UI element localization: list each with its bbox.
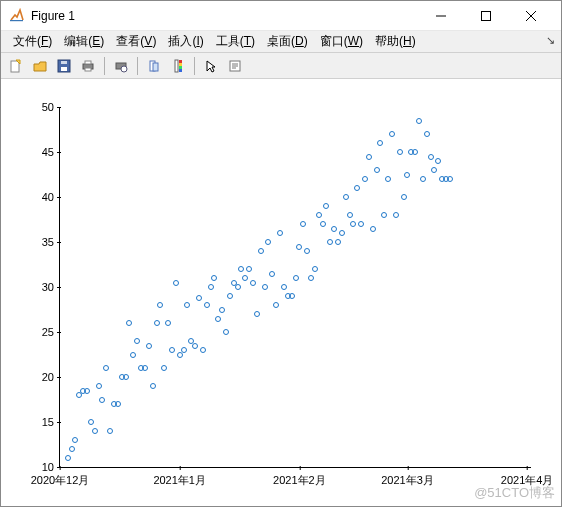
data-point [374, 167, 380, 173]
data-point [339, 230, 345, 236]
data-point [84, 388, 90, 394]
data-point [312, 266, 318, 272]
data-point [92, 428, 98, 434]
data-point [404, 172, 410, 178]
matlab-icon [9, 8, 25, 24]
data-point [366, 154, 372, 160]
data-point [269, 271, 275, 277]
data-point [88, 419, 94, 425]
data-point [103, 365, 109, 371]
svg-rect-20 [179, 66, 182, 69]
data-point [420, 176, 426, 182]
data-point [165, 320, 171, 326]
data-point [250, 280, 256, 286]
data-point [362, 176, 368, 182]
menu-item-w[interactable]: 窗口(W) [314, 31, 369, 52]
data-point [161, 365, 167, 371]
link-axes-button[interactable] [143, 55, 165, 77]
minimize-button[interactable] [418, 1, 463, 31]
y-tick-label: 45 [42, 146, 60, 158]
y-tick-label: 15 [42, 416, 60, 428]
svg-rect-16 [153, 63, 158, 71]
svg-rect-8 [61, 67, 67, 71]
data-point [126, 320, 132, 326]
open-button[interactable] [29, 55, 51, 77]
x-tick-label: 2021年2月 [273, 467, 326, 488]
menu-item-i[interactable]: 插入(I) [162, 31, 209, 52]
menu-item-f[interactable]: 文件(F) [7, 31, 58, 52]
svg-rect-0 [10, 20, 23, 21]
data-point [262, 284, 268, 290]
data-point [72, 437, 78, 443]
data-point [281, 284, 287, 290]
print-button[interactable] [77, 55, 99, 77]
data-point [142, 365, 148, 371]
svg-rect-17 [175, 60, 178, 72]
data-point [354, 185, 360, 191]
data-point [150, 383, 156, 389]
data-point [200, 347, 206, 353]
data-point [350, 221, 356, 227]
data-point [358, 221, 364, 227]
menu-item-v[interactable]: 查看(V) [110, 31, 162, 52]
svg-rect-18 [179, 60, 182, 63]
data-point [347, 212, 353, 218]
data-point [196, 295, 202, 301]
svg-point-14 [121, 66, 127, 72]
data-point [242, 275, 248, 281]
menu-item-h[interactable]: 帮助(H) [369, 31, 422, 52]
window-title: Figure 1 [31, 9, 75, 23]
x-tick-label: 2021年4月 [501, 467, 554, 488]
close-button[interactable] [508, 1, 553, 31]
y-tick-label: 30 [42, 281, 60, 293]
data-point [208, 284, 214, 290]
print-preview-button[interactable] [110, 55, 132, 77]
data-point [169, 347, 175, 353]
data-point [134, 338, 140, 344]
data-point [235, 284, 241, 290]
figure-canvas[interactable]: 1015202530354045502020年12月2021年1月2021年2月… [1, 79, 561, 506]
titlebar: Figure 1 [1, 1, 561, 31]
y-tick-label: 25 [42, 326, 60, 338]
data-point [289, 293, 295, 299]
data-point [146, 343, 152, 349]
data-point [327, 239, 333, 245]
data-point [277, 230, 283, 236]
maximize-button[interactable] [463, 1, 508, 31]
svg-rect-12 [85, 68, 91, 71]
axes[interactable]: 1015202530354045502020年12月2021年1月2021年2月… [59, 107, 531, 468]
data-point [424, 131, 430, 137]
save-button[interactable] [53, 55, 75, 77]
x-tick-label: 2021年1月 [153, 467, 206, 488]
new-figure-button[interactable] [5, 55, 27, 77]
data-point [447, 176, 453, 182]
menu-item-t[interactable]: 工具(T) [210, 31, 261, 52]
data-point [323, 203, 329, 209]
data-point [296, 244, 302, 250]
data-point [215, 316, 221, 322]
pointer-tool-button[interactable] [200, 55, 222, 77]
data-point [107, 428, 113, 434]
x-tick-label: 2020年12月 [31, 467, 90, 488]
menu-overflow-icon[interactable]: ↘ [546, 34, 555, 47]
svg-rect-11 [85, 61, 91, 64]
data-point [416, 118, 422, 124]
svg-rect-5 [11, 61, 19, 72]
data-point [320, 221, 326, 227]
y-tick-label: 40 [42, 191, 60, 203]
svg-rect-19 [179, 63, 182, 66]
menu-item-d[interactable]: 桌面(D) [261, 31, 314, 52]
edit-plot-button[interactable] [224, 55, 246, 77]
data-point [308, 275, 314, 281]
data-point [389, 131, 395, 137]
insert-colorbar-button[interactable] [167, 55, 189, 77]
y-tick-label: 35 [42, 236, 60, 248]
toolbar-separator [137, 57, 138, 75]
toolbar-separator [194, 57, 195, 75]
data-point [219, 307, 225, 313]
x-tick-label: 2021年3月 [381, 467, 434, 488]
data-point [227, 293, 233, 299]
data-point [211, 275, 217, 281]
toolbar-separator [104, 57, 105, 75]
menu-item-e[interactable]: 编辑(E) [58, 31, 110, 52]
